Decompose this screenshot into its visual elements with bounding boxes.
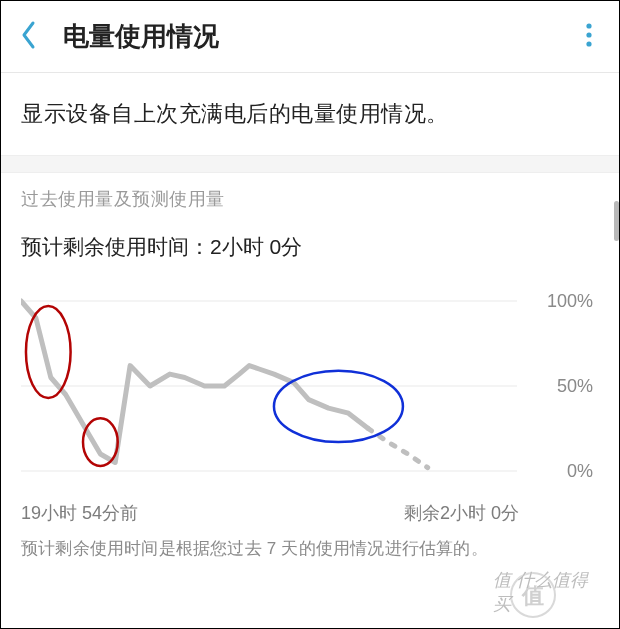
svg-point-0 [586, 23, 591, 28]
app-bar: 电量使用情况 [1, 1, 619, 73]
svg-point-6 [511, 573, 555, 617]
footnote-text: 预计剩余使用时间是根据您过去 7 天的使用情况进行估算的。 [21, 537, 599, 560]
svg-point-1 [586, 32, 591, 37]
watermark: 值 值 什么值得买 [493, 568, 613, 622]
blue-ellipse [274, 371, 403, 442]
x-end-label: 剩余2小时 0分 [404, 501, 519, 525]
red-ellipse-1 [26, 306, 71, 398]
section-heading: 过去使用量及预测使用量 [21, 187, 599, 211]
page-title: 电量使用情况 [63, 19, 577, 54]
svg-text:值: 值 [521, 583, 544, 608]
y-tick-0: 0% [567, 461, 593, 481]
scrollbar-thumb[interactable] [614, 201, 619, 241]
y-tick-50: 50% [557, 376, 593, 396]
estimate-label: 预计剩余使用时间： [21, 235, 210, 258]
description-text: 显示设备自上次充满电后的电量使用情况。 [21, 99, 599, 129]
x-axis-labels: 19小时 54分前 剩余2小时 0分 [21, 491, 599, 525]
svg-point-2 [586, 41, 591, 46]
battery-chart: 100% 50% 0% [21, 281, 599, 491]
content: 显示设备自上次充满电后的电量使用情况。 过去使用量及预测使用量 预计剩余使用时间… [1, 73, 619, 560]
y-tick-100: 100% [547, 291, 593, 311]
series-history [21, 301, 368, 463]
back-icon[interactable] [19, 20, 39, 54]
estimate-line: 预计剩余使用时间：2小时 0分 [21, 233, 599, 261]
watermark-text: 值 什么值得买 [493, 568, 605, 616]
section-divider [1, 155, 619, 173]
red-ellipse-2 [83, 418, 118, 466]
estimate-value: 2小时 0分 [210, 235, 302, 258]
x-start-label: 19小时 54分前 [21, 501, 138, 525]
overflow-menu-icon[interactable] [577, 14, 601, 60]
